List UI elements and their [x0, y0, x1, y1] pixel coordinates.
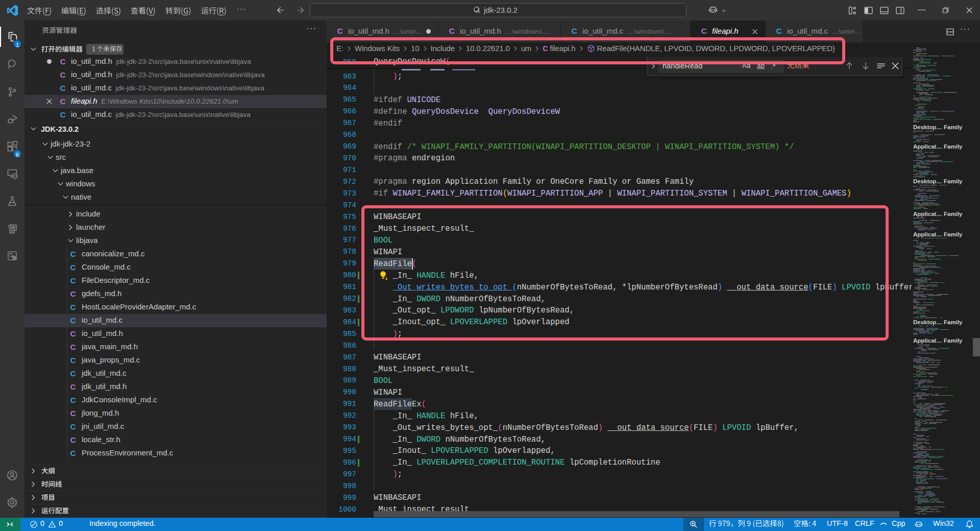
svg-text:Desktop… Family: Desktop… Family	[913, 319, 963, 325]
svg-text:Applicat… Family: Applicat… Family	[913, 143, 963, 150]
svg-text:Desktop… Family: Desktop… Family	[913, 124, 963, 130]
svg-text:Applicat… Family: Applicat… Family	[913, 231, 963, 237]
svg-text:Applicat… Family: Applicat… Family	[913, 337, 963, 344]
svg-text:Desktop… Family: Desktop… Family	[913, 178, 963, 184]
svg-text:Applicat… Family: Applicat… Family	[913, 211, 963, 217]
